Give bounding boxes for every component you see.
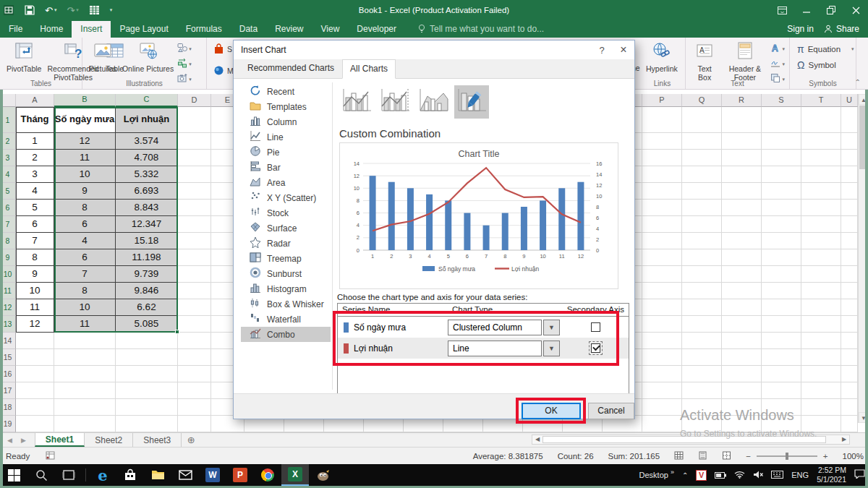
cell-A13[interactable]: 12 [16,316,54,333]
cell-B6[interactable]: 8 [54,200,116,216]
ribbon-display-options-button[interactable] [770,0,794,20]
cell-S9[interactable] [762,249,801,266]
taskbar-chrome-icon[interactable] [254,464,281,486]
dialog-help-button[interactable]: ? [591,41,613,59]
cell-D14[interactable] [178,333,211,349]
cell-D11[interactable] [178,283,211,299]
cell-B10[interactable]: 7 [54,266,116,283]
cell-B14[interactable] [54,333,116,349]
online-pictures-button[interactable]: Online Pictures [120,40,176,74]
cell-C17[interactable] [116,382,178,399]
chart-type-bar[interactable]: Bar [241,160,331,175]
zoom-out-button[interactable]: − [746,452,751,461]
volume-muted-icon[interactable] [753,468,763,481]
secondary-axis-checkbox[interactable] [591,322,600,332]
cell-T1[interactable] [801,107,841,133]
cell-C13[interactable]: 5.085 [116,316,178,333]
collapse-ribbon-icon[interactable]: ⌃ [855,78,861,86]
cell-C15[interactable] [116,349,178,366]
cell-S10[interactable] [762,266,801,283]
ribbon-tab-data[interactable]: Data [231,21,266,38]
cell-S18[interactable] [762,399,801,416]
cell-A4[interactable]: 3 [16,166,54,183]
page-layout-view-icon[interactable] [698,451,707,461]
cell-B13[interactable]: 11 [54,316,116,333]
cell-A7[interactable]: 6 [16,216,54,233]
wordart-button[interactable]: A▾ [770,43,785,56]
cell-T4[interactable] [801,166,841,183]
taskbar-search-icon[interactable] [27,464,55,486]
chart-type-recent[interactable]: Recent [241,84,331,99]
cell-T15[interactable] [801,349,841,366]
cell-B17[interactable] [54,382,116,399]
cell-A16[interactable] [16,366,54,382]
smartart-button[interactable]: ▾ [177,58,192,71]
cell-U5[interactable] [841,183,858,200]
my-add-ins-button-clipped[interactable]: M [213,65,234,76]
cell-S16[interactable] [762,366,801,382]
cell-A10[interactable]: 9 [16,266,54,283]
column-header-U[interactable]: U [841,94,858,107]
tell-me-box[interactable]: Tell me what you want to do... [418,24,544,38]
column-header-B[interactable]: B [54,94,116,107]
cell-P3[interactable] [642,150,682,166]
cell-U2[interactable] [841,133,858,150]
cell-U19[interactable] [841,416,858,432]
zoom-in-button[interactable]: + [823,452,828,461]
cell-Q17[interactable] [682,382,722,399]
cell-P10[interactable] [642,266,682,283]
cell-D2[interactable] [178,133,211,150]
cell-Q10[interactable] [682,266,722,283]
cell-C1[interactable]: Lợi nhuận [116,107,178,133]
cell-B11[interactable]: 8 [54,283,116,299]
ribbon-tab-insert[interactable]: Insert [72,21,111,38]
cell-Q3[interactable] [682,150,722,166]
cell-P2[interactable] [642,133,682,150]
column-header-C[interactable]: C [116,94,178,107]
cell-R12[interactable] [722,299,762,316]
cell-C9[interactable]: 11.198 [116,249,178,266]
cell-S15[interactable] [762,349,801,366]
chart-type-combo[interactable]: Combo [241,327,331,342]
cell-T16[interactable] [801,366,841,382]
cell-A3[interactable]: 2 [16,150,54,166]
cell-P8[interactable] [642,233,682,249]
cell-P5[interactable] [642,183,682,200]
cell-U16[interactable] [841,366,858,382]
clock[interactable]: 2:52 PM 5/1/2021 [817,466,846,484]
signature-button[interactable]: ▾ [770,58,785,71]
cell-A18[interactable] [16,399,54,416]
cell-C18[interactable] [116,399,178,416]
cell-R18[interactable] [722,399,762,416]
cell-T14[interactable] [801,333,841,349]
ribbon-tab-page-layout[interactable]: Page Layout [111,21,176,38]
cell-B19[interactable] [54,416,116,432]
subtype-clustered-column-line-secondary-axis[interactable] [378,85,412,119]
chart-type-stock[interactable]: Stock [241,205,331,221]
cell-R16[interactable] [722,366,762,382]
cell-U6[interactable] [841,200,858,216]
symbol-button[interactable]: ΩSymbol [794,58,839,72]
taskbar-excel-icon[interactable]: X [281,464,309,486]
sheet-tab-sheet2[interactable]: Sheet2 [85,433,133,447]
chart-type-sunburst[interactable]: Sunburst [241,266,331,281]
cell-T7[interactable] [801,216,841,233]
cell-C19[interactable] [116,416,178,432]
cell-D19[interactable] [178,416,211,432]
secondary-axis-checkbox[interactable] [591,343,600,353]
cell-R5[interactable] [722,183,762,200]
cell-A19[interactable] [16,416,54,432]
subtype-stacked-area-clustered-column[interactable] [416,85,451,119]
macro-record-icon[interactable] [46,451,55,461]
cell-B9[interactable]: 6 [54,249,116,266]
dialog-tab-all-charts[interactable]: All Charts [342,59,396,79]
equation-button[interactable]: πEquation▾ [794,42,857,56]
hscroll-left-arrow[interactable]: ◀ [532,435,542,444]
cell-B1[interactable]: Số ngày mưa [54,107,116,133]
cell-S3[interactable] [762,150,801,166]
cell-S13[interactable] [762,316,801,333]
chart-type-box-whisker[interactable]: Box & Whisker [241,296,331,312]
store-button-clipped[interactable]: S [213,43,232,54]
cell-D13[interactable] [178,316,211,333]
cell-Q5[interactable] [682,183,722,200]
